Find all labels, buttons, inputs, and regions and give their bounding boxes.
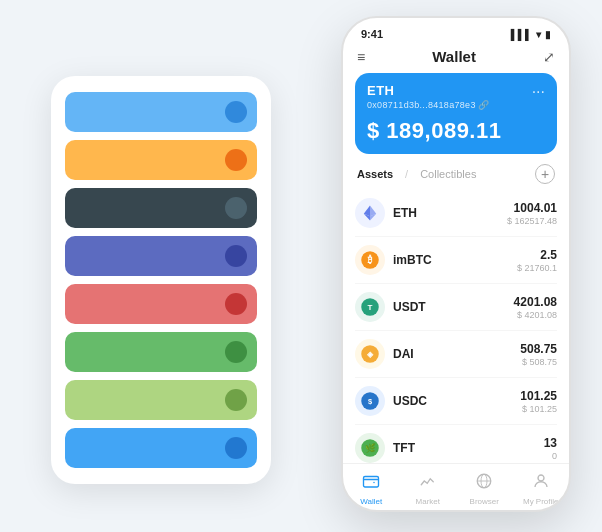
asset-icon-tft: 🌿 (355, 433, 385, 463)
tab-slash: / (405, 168, 408, 180)
wifi-icon: ▾ (536, 29, 541, 40)
svg-text:🌿: 🌿 (365, 442, 376, 454)
assets-header: Assets / Collectibles + (343, 164, 569, 190)
card-stack-item[interactable] (65, 428, 257, 468)
asset-row[interactable]: 🌿TFT130 (355, 425, 557, 463)
asset-amount-usd: 0 (544, 451, 557, 461)
card-dot-icon (225, 149, 247, 171)
asset-row[interactable]: TUSDT4201.08$ 4201.08 (355, 284, 557, 331)
nav-item-my-profile[interactable]: My Profile (513, 472, 570, 506)
asset-amounts-tft: 130 (544, 436, 557, 461)
asset-list: ETH1004.01$ 162517.48₿imBTC2.5$ 21760.1T… (343, 190, 569, 463)
asset-name-dai: DAI (393, 347, 520, 361)
nav-label-my-profile: My Profile (523, 497, 559, 506)
asset-row[interactable]: ETH1004.01$ 162517.48 (355, 190, 557, 237)
asset-row[interactable]: ◈DAI508.75$ 508.75 (355, 331, 557, 378)
nav-item-market[interactable]: Market (400, 472, 457, 506)
nav-icon-my-profile (532, 472, 550, 495)
hamburger-icon[interactable]: ≡ (357, 49, 365, 65)
asset-amounts-imbtc: 2.5$ 21760.1 (517, 248, 557, 273)
svg-text:T: T (368, 303, 373, 312)
status-time: 9:41 (361, 28, 383, 40)
eth-card: ··· ETH 0x08711d3b...8418a78e3 🔗 $ 189,0… (355, 73, 557, 154)
asset-name-tft: TFT (393, 441, 544, 455)
nav-item-browser[interactable]: Browser (456, 472, 513, 506)
asset-amount-main: 13 (544, 436, 557, 450)
phone-header: ≡ Wallet ⤢ (343, 44, 569, 73)
expand-icon[interactable]: ⤢ (543, 49, 555, 65)
card-stack (51, 76, 271, 484)
card-dot-icon (225, 389, 247, 411)
card-stack-item[interactable] (65, 380, 257, 420)
card-dot-icon (225, 245, 247, 267)
card-dot-icon (225, 197, 247, 219)
nav-label-wallet: Wallet (360, 497, 382, 506)
status-bar: 9:41 ▌▌▌ ▾ ▮ (343, 18, 569, 44)
svg-text:◈: ◈ (366, 350, 374, 359)
tab-assets[interactable]: Assets (357, 168, 393, 180)
asset-amount-usd: $ 101.25 (520, 404, 557, 414)
asset-amount-main: 508.75 (520, 342, 557, 356)
page-title: Wallet (432, 48, 476, 65)
card-dot-icon (225, 341, 247, 363)
card-stack-item[interactable] (65, 284, 257, 324)
asset-name-usdt: USDT (393, 300, 514, 314)
nav-icon-market (419, 472, 437, 495)
svg-point-18 (538, 475, 544, 481)
assets-tabs: Assets / Collectibles (357, 168, 476, 180)
asset-amount-usd: $ 4201.08 (514, 310, 557, 320)
card-stack-item[interactable] (65, 332, 257, 372)
asset-amounts-eth: 1004.01$ 162517.48 (507, 201, 557, 226)
tab-collectibles[interactable]: Collectibles (420, 168, 476, 180)
nav-item-wallet[interactable]: Wallet (343, 472, 400, 506)
eth-card-amount: $ 189,089.11 (367, 118, 545, 144)
card-stack-item[interactable] (65, 92, 257, 132)
eth-card-address: 0x08711d3b...8418a78e3 🔗 (367, 100, 545, 110)
asset-amount-main: 1004.01 (507, 201, 557, 215)
eth-card-name: ETH (367, 83, 545, 98)
asset-name-imbtc: imBTC (393, 253, 517, 267)
bottom-nav: WalletMarketBrowserMy Profile (343, 463, 569, 510)
asset-amounts-usdc: 101.25$ 101.25 (520, 389, 557, 414)
card-dot-icon (225, 437, 247, 459)
asset-row[interactable]: $USDC101.25$ 101.25 (355, 378, 557, 425)
asset-amount-usd: $ 21760.1 (517, 263, 557, 273)
status-icons: ▌▌▌ ▾ ▮ (511, 29, 551, 40)
add-asset-button[interactable]: + (535, 164, 555, 184)
nav-label-market: Market (416, 497, 440, 506)
asset-amounts-dai: 508.75$ 508.75 (520, 342, 557, 367)
asset-amount-main: 101.25 (520, 389, 557, 403)
card-stack-item[interactable] (65, 140, 257, 180)
asset-icon-eth (355, 198, 385, 228)
card-stack-item[interactable] (65, 236, 257, 276)
asset-icon-usdc: $ (355, 386, 385, 416)
asset-icon-usdt: T (355, 292, 385, 322)
signal-icon: ▌▌▌ (511, 29, 532, 40)
nav-label-browser: Browser (470, 497, 499, 506)
nav-icon-wallet (362, 472, 380, 495)
svg-rect-14 (364, 477, 379, 488)
nav-icon-browser (475, 472, 493, 495)
asset-row[interactable]: ₿imBTC2.5$ 21760.1 (355, 237, 557, 284)
scene: 9:41 ▌▌▌ ▾ ▮ ≡ Wallet ⤢ ··· ETH 0x08711d… (21, 16, 581, 516)
asset-name-usdc: USDC (393, 394, 520, 408)
eth-card-menu[interactable]: ··· (532, 83, 545, 101)
card-dot-icon (225, 293, 247, 315)
asset-icon-dai: ◈ (355, 339, 385, 369)
battery-icon: ▮ (545, 29, 551, 40)
phone-mockup: 9:41 ▌▌▌ ▾ ▮ ≡ Wallet ⤢ ··· ETH 0x08711d… (341, 16, 571, 512)
card-stack-item[interactable] (65, 188, 257, 228)
asset-name-eth: ETH (393, 206, 507, 220)
asset-amount-main: 2.5 (517, 248, 557, 262)
asset-amounts-usdt: 4201.08$ 4201.08 (514, 295, 557, 320)
asset-amount-usd: $ 162517.48 (507, 216, 557, 226)
asset-amount-main: 4201.08 (514, 295, 557, 309)
asset-icon-imbtc: ₿ (355, 245, 385, 275)
asset-amount-usd: $ 508.75 (520, 357, 557, 367)
card-dot-icon (225, 101, 247, 123)
